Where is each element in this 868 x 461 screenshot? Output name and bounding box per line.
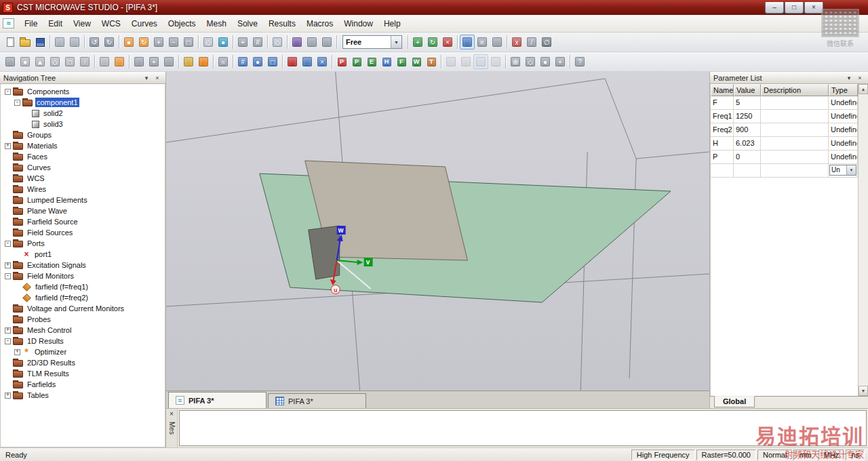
tree-item-curves[interactable]: Curves xyxy=(3,162,165,173)
pick-edges-button[interactable] xyxy=(304,35,319,49)
menu-objects[interactable]: Objects xyxy=(163,16,201,32)
param-cell-name[interactable]: Freq2 xyxy=(711,123,734,137)
param-cell-description[interactable] xyxy=(761,123,829,137)
signal-ruler-button[interactable]: ≈ xyxy=(216,54,231,69)
scroll-up-icon[interactable]: ▲ xyxy=(859,84,868,94)
tree-item-faces[interactable]: Faces xyxy=(3,151,165,162)
expand-icon[interactable]: + xyxy=(5,262,11,268)
clear-picks-button[interactable]: × xyxy=(315,54,330,69)
collapse-icon[interactable]: - xyxy=(5,273,11,279)
print-button[interactable] xyxy=(52,35,67,49)
tree-item-tables[interactable]: +Tables xyxy=(3,390,165,401)
align-tool-button[interactable] xyxy=(161,54,176,69)
copy-picture-button[interactable] xyxy=(67,35,82,49)
tree-item-component1[interactable]: -component1 xyxy=(3,97,165,108)
type-dropdown[interactable]: Un▼ xyxy=(829,165,856,176)
window-vertical-button[interactable] xyxy=(488,54,503,69)
tree-item-farfields[interactable]: Farfields xyxy=(3,379,165,390)
raster-grid-button[interactable]: # xyxy=(250,35,265,49)
tree-item-components[interactable]: -Components xyxy=(3,86,165,97)
efield-monitor-button[interactable]: E xyxy=(364,54,379,69)
material-library-button[interactable] xyxy=(112,54,127,69)
pane-menu-icon[interactable]: ▾ xyxy=(844,75,854,81)
window-horizontal-button[interactable] xyxy=(473,54,488,69)
message-close-icon[interactable]: × xyxy=(167,410,176,419)
render-perspective-button[interactable]: ● xyxy=(121,35,136,49)
discrete-port-button[interactable]: P xyxy=(334,54,349,69)
param-cell-name[interactable]: P xyxy=(711,151,734,164)
expand-icon[interactable]: + xyxy=(5,393,11,399)
menu-file[interactable]: File xyxy=(19,16,43,32)
sphere-tool-button[interactable]: ● xyxy=(18,54,33,69)
history-list-button[interactable]: ≡ xyxy=(475,35,490,49)
move-tool-button[interactable]: + xyxy=(235,35,250,49)
tree-item-wires[interactable]: Wires xyxy=(3,184,165,195)
menu-macros[interactable]: Macros xyxy=(301,16,338,32)
delete-results-button[interactable]: × xyxy=(440,35,455,49)
param-row[interactable]: P0Undefined xyxy=(711,151,858,164)
collapse-icon[interactable]: - xyxy=(5,241,11,247)
tree-item-excitation-signals[interactable]: +Excitation Signals xyxy=(3,260,165,270)
pane-close-icon[interactable]: × xyxy=(855,75,865,81)
param-cell-value[interactable]: 1250 xyxy=(734,110,761,123)
transform-tool-button[interactable] xyxy=(132,54,146,69)
param-cell-value[interactable]: 0 xyxy=(734,151,761,164)
problem-flag-button[interactable] xyxy=(285,54,300,69)
open-folder-button[interactable] xyxy=(18,35,33,49)
zoom-window-button[interactable]: □ xyxy=(181,35,196,49)
pane-menu-icon[interactable]: ▾ xyxy=(142,75,151,81)
cylinder-tool-button[interactable]: □ xyxy=(62,54,77,69)
wireframe-box-button[interactable]: ◇ xyxy=(270,35,285,49)
zoom-in-button[interactable]: + xyxy=(151,35,166,49)
param-cell-description[interactable] xyxy=(761,151,829,164)
help-context-button[interactable]: ? xyxy=(572,54,587,69)
param-cell-type[interactable]: Un▼ xyxy=(829,164,858,178)
collapse-icon[interactable]: - xyxy=(14,100,20,106)
close-button[interactable]: × xyxy=(804,2,823,14)
torus-tool-button[interactable]: ◇ xyxy=(47,54,62,69)
param-row[interactable]: F5Undefined xyxy=(711,96,858,110)
viewport-3d[interactable]: w v u ≈ PIFA 3* xyxy=(166,72,710,408)
rotate-view-button[interactable]: ↻ xyxy=(136,35,151,49)
boolean-add-button[interactable]: + xyxy=(146,54,161,69)
tab-global[interactable]: Global xyxy=(714,396,755,407)
collapse-icon[interactable]: - xyxy=(5,338,11,344)
axes-toggle-button[interactable]: ⊕ xyxy=(508,54,523,69)
param-cell-value[interactable]: 900 xyxy=(734,123,761,137)
document-icon[interactable]: ≈ xyxy=(3,18,14,28)
menu-solve[interactable]: Solve xyxy=(232,16,263,32)
farfield-monitor-button[interactable]: F xyxy=(394,54,409,69)
param-row[interactable]: Freq2900Undefined xyxy=(711,123,858,137)
tree-item-wcs[interactable]: WCS xyxy=(3,173,165,184)
param-cell-value[interactable]: 5 xyxy=(734,96,761,110)
tree-item-solid3[interactable]: solid3 xyxy=(3,119,165,129)
tree-item-farfield-f-freq1[interactable]: farfield (f=freq1) xyxy=(3,281,165,292)
tree-item-port1[interactable]: ×port1 xyxy=(3,249,165,260)
menu-view[interactable]: View xyxy=(68,16,96,32)
param-cell-type[interactable]: Undefined xyxy=(829,151,858,164)
expand-icon[interactable]: + xyxy=(5,143,11,149)
param-col-type[interactable]: Type xyxy=(829,84,858,96)
param-new-row[interactable]: Un▼ xyxy=(711,164,858,178)
param-cell-name[interactable]: F xyxy=(711,96,734,110)
pick-lists-button[interactable] xyxy=(300,54,315,69)
hfield-monitor-button[interactable]: H xyxy=(379,54,394,69)
expand-icon[interactable]: + xyxy=(5,327,11,334)
new-component-button[interactable]: + xyxy=(410,35,425,49)
tree-item-tlm-results[interactable]: TLM Results xyxy=(3,368,165,379)
param-cell-type[interactable]: Undefined xyxy=(829,123,858,137)
redo-button[interactable]: ↻ xyxy=(102,35,117,49)
fit-view-button[interactable]: ◇ xyxy=(201,35,216,49)
window-cascade-button[interactable] xyxy=(443,54,458,69)
tree-item-probes[interactable]: Probes xyxy=(3,314,165,325)
dropdown-arrow-icon[interactable]: ▼ xyxy=(391,36,401,48)
zoom-out-button[interactable]: − xyxy=(166,35,181,49)
window-tile-button[interactable] xyxy=(458,54,473,69)
workplane-toggle-button[interactable]: ◇ xyxy=(523,54,538,69)
viewport-tab-model[interactable]: ≈ PIFA 3* xyxy=(168,392,267,408)
global-sphere-button[interactable]: ● xyxy=(538,54,553,69)
tree-item-field-monitors[interactable]: -Field Monitors xyxy=(3,270,165,281)
select-tool-button[interactable] xyxy=(460,35,475,49)
tree-item-1d-results[interactable]: -1D Results xyxy=(3,336,165,346)
param-cell-name[interactable]: Freq1 xyxy=(711,110,734,123)
